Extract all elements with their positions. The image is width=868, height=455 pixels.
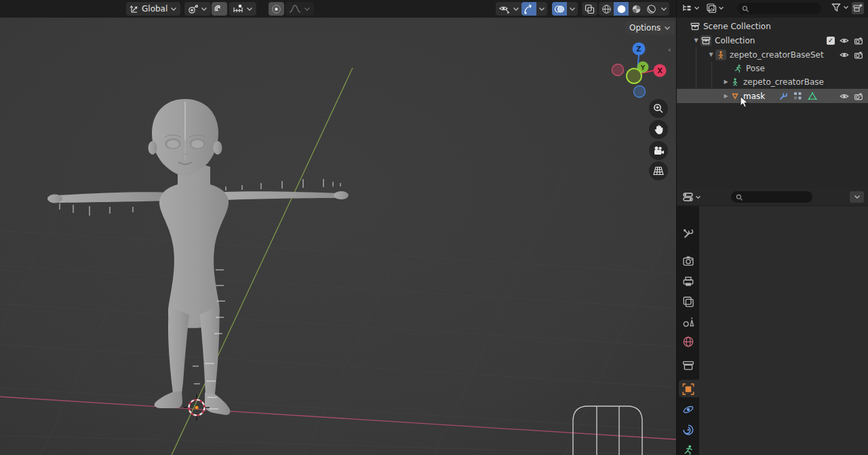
xray-icon — [585, 4, 595, 14]
chevron-down-icon — [513, 7, 519, 12]
display-mode-dropdown[interactable] — [706, 3, 724, 14]
orthographic-toggle-button[interactable] — [649, 161, 668, 180]
search-icon — [742, 5, 749, 13]
tab-render[interactable] — [682, 255, 694, 267]
collection-icon — [701, 35, 711, 46]
properties-search-input[interactable] — [746, 193, 808, 202]
tab-constraints[interactable] — [682, 424, 694, 436]
properties-body — [699, 206, 868, 455]
disclosure-triangle[interactable]: ▼ — [692, 37, 701, 43]
shading-dropdown[interactable] — [658, 7, 669, 12]
pan-button[interactable] — [649, 120, 668, 139]
outliner-row-zepeto-creatorbaseset[interactable]: ▼ zepeto_creatorBaseSet — [677, 47, 868, 62]
properties-editor-type-dropdown[interactable] — [682, 191, 701, 203]
gizmo-z-label: Z — [636, 45, 641, 53]
snap-target-dropdown[interactable] — [229, 2, 256, 16]
new-collection-icon — [852, 3, 863, 14]
mesh-mask-icon — [730, 92, 740, 101]
zoom-button[interactable] — [649, 99, 668, 118]
tab-object[interactable] — [682, 383, 694, 395]
viewport-options-dropdown[interactable]: Options — [625, 21, 675, 35]
editor-type-dropdown[interactable] — [682, 3, 700, 14]
new-collection-button[interactable] — [852, 2, 864, 14]
disclosure-triangle[interactable]: ▼ — [707, 52, 715, 58]
falloff-dropdown[interactable] — [285, 2, 314, 16]
outliner-row-scene-collection[interactable]: Scene Collection — [677, 19, 868, 33]
chevron-down-icon — [170, 7, 177, 12]
gizmo-neg-y[interactable] — [627, 68, 642, 83]
object-visibility-dropdown[interactable] — [496, 2, 523, 16]
outliner-search[interactable] — [737, 3, 821, 14]
disclosure-triangle[interactable]: ▶ — [722, 93, 730, 99]
outliner-row-mask[interactable]: ▶ mask — [677, 89, 868, 103]
falloff-curve-icon — [289, 4, 301, 14]
tab-output[interactable] — [682, 275, 694, 288]
render-visibility-icon[interactable] — [854, 36, 863, 45]
render-visibility-icon[interactable] — [854, 92, 863, 101]
row-label: Collection — [715, 36, 755, 45]
disclosure-triangle[interactable]: ▶ — [722, 79, 730, 85]
gizmo-x-label: X — [657, 67, 663, 75]
physics-icon — [682, 403, 694, 416]
outliner-row-pose[interactable]: Pose — [677, 61, 868, 75]
shading-material-button[interactable] — [629, 4, 644, 14]
exclude-checkbox[interactable]: ✓ — [827, 37, 835, 45]
tab-physics[interactable] — [682, 403, 694, 416]
outliner-search-input[interactable] — [752, 4, 816, 14]
row-label: zepeto_creatorBase — [743, 77, 824, 87]
hide-eye-icon[interactable] — [840, 36, 849, 45]
overlays-dropdown[interactable] — [552, 2, 578, 16]
navigation-gizmo[interactable]: Y Z X — [606, 39, 672, 102]
orientation-label: Global — [142, 4, 167, 14]
world-icon — [682, 336, 694, 348]
render-visibility-icon[interactable] — [854, 50, 863, 60]
filter-funnel-icon — [831, 3, 841, 12]
view-layer-icon — [706, 3, 717, 14]
outliner-header — [677, 0, 868, 18]
outliner-row-zepeto-creatorbase[interactable]: ▶ zepeto_creatorBase — [677, 75, 868, 89]
options-label: Options — [629, 23, 660, 33]
viewport-header: Global — [0, 0, 676, 18]
proportional-editing-icon — [271, 4, 281, 14]
viewport-3d[interactable] — [0, 0, 676, 455]
wireframe-shading-icon — [601, 4, 612, 14]
tab-view-layer[interactable] — [682, 296, 694, 308]
modifier-wrench-icon — [778, 92, 788, 101]
camera-view-icon — [653, 146, 665, 156]
hide-eye-icon[interactable] — [840, 92, 849, 101]
pivot-point-dropdown[interactable] — [184, 2, 211, 16]
tab-tool[interactable] — [682, 228, 694, 240]
row-badges — [778, 92, 817, 101]
tab-collection[interactable] — [682, 359, 694, 372]
camera-view-button[interactable] — [649, 141, 668, 160]
output-printer-icon — [682, 275, 694, 288]
tab-world[interactable] — [682, 336, 694, 348]
shading-rendered-button[interactable] — [644, 4, 658, 14]
gizmo-neg-x[interactable] — [612, 64, 624, 76]
object-visibility-icon — [499, 4, 510, 14]
zoom-icon — [653, 103, 664, 114]
filter-dropdown[interactable] — [831, 3, 849, 12]
row-label: zepeto_creatorBaseSet — [730, 50, 824, 60]
tab-scene[interactable] — [682, 316, 694, 328]
properties-search[interactable] — [731, 191, 812, 203]
blender-window: Global — [0, 0, 868, 455]
scene-icon — [682, 316, 694, 328]
gizmos-dropdown[interactable] — [521, 2, 547, 16]
shading-wireframe-button[interactable] — [599, 4, 614, 14]
shading-solid-button[interactable] — [614, 2, 629, 16]
pan-hand-icon — [654, 124, 664, 135]
snap-toggle-button[interactable] — [212, 2, 227, 16]
hide-eye-icon[interactable] — [840, 50, 849, 60]
tab-object-data[interactable] — [682, 444, 694, 455]
material-shading-icon — [631, 4, 642, 14]
proportional-editing-button[interactable] — [269, 2, 284, 16]
chevron-down-icon — [694, 6, 700, 10]
gizmo-neg-z[interactable] — [634, 86, 646, 98]
transform-orientation-dropdown[interactable]: Global — [126, 2, 180, 16]
chevron-down-icon — [664, 26, 671, 31]
properties-options-dropdown[interactable] — [850, 191, 864, 203]
chevron-down-icon — [569, 7, 576, 12]
xray-toggle-button[interactable] — [582, 2, 597, 16]
outliner-row-collection[interactable]: ▼ Collection ✓ — [677, 33, 868, 47]
